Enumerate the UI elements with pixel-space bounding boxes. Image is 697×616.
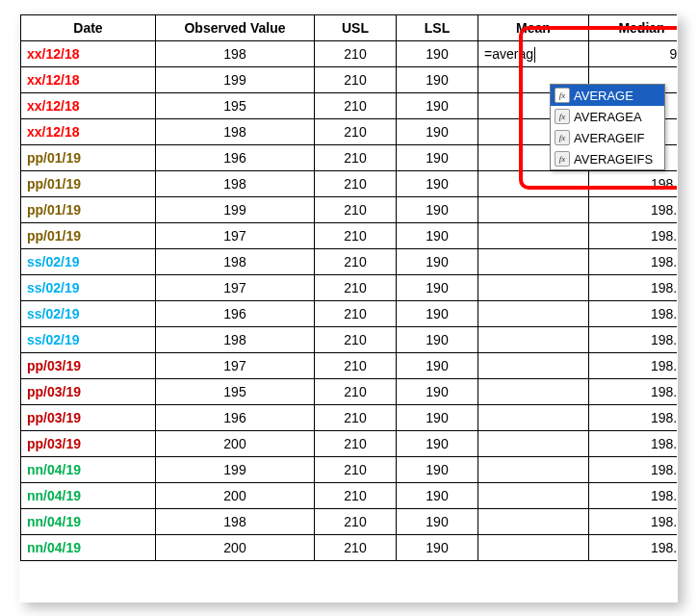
cell-date[interactable]: pp/01/19 <box>21 171 156 197</box>
cell-date[interactable]: pp/01/19 <box>21 223 156 249</box>
cell-median[interactable]: 198.0 <box>589 223 679 249</box>
cell-mean[interactable] <box>478 223 589 249</box>
cell-observed-value[interactable]: 199 <box>156 67 315 93</box>
cell-date[interactable]: nn/04/19 <box>21 483 156 509</box>
cell-usl[interactable]: 210 <box>315 457 397 483</box>
cell-date[interactable]: nn/04/19 <box>21 509 156 535</box>
cell-lsl[interactable]: 190 <box>397 249 478 275</box>
cell-lsl[interactable]: 190 <box>397 223 478 249</box>
cell-lsl[interactable]: 190 <box>397 197 478 223</box>
autocomplete-item[interactable]: fxAVERAGEA <box>551 106 664 127</box>
cell-mean[interactable] <box>478 353 589 379</box>
cell-usl[interactable]: 210 <box>315 509 397 535</box>
cell-mean[interactable] <box>478 197 589 223</box>
cell-date[interactable]: pp/01/19 <box>21 197 156 223</box>
autocomplete-item[interactable]: fxAVERAGEIF <box>551 127 664 148</box>
cell-mean[interactable] <box>478 483 589 509</box>
header-observed[interactable]: Observed Value <box>156 15 315 41</box>
cell-observed-value[interactable]: 198 <box>156 327 315 353</box>
cell-observed-value[interactable]: 197 <box>156 353 315 379</box>
cell-date[interactable]: ss/02/19 <box>21 249 156 275</box>
cell-median[interactable]: 198.0 <box>589 171 679 197</box>
cell-usl[interactable]: 210 <box>315 353 397 379</box>
cell-usl[interactable]: 210 <box>315 223 397 249</box>
cell-date[interactable]: xx/12/18 <box>21 93 156 119</box>
cell-mean[interactable] <box>478 431 589 457</box>
cell-usl[interactable]: 210 <box>315 535 397 561</box>
cell-usl[interactable]: 210 <box>315 119 397 145</box>
cell-lsl[interactable]: 190 <box>397 483 478 509</box>
cell-usl[interactable]: 210 <box>315 67 397 93</box>
cell-usl[interactable]: 210 <box>315 483 397 509</box>
cell-date[interactable]: nn/04/19 <box>21 457 156 483</box>
cell-median[interactable]: 198.0 <box>589 301 679 327</box>
header-lsl[interactable]: LSL <box>397 15 478 41</box>
cell-observed-value[interactable]: 198 <box>156 171 315 197</box>
cell-date[interactable]: nn/04/19 <box>21 535 156 561</box>
cell-usl[interactable]: 210 <box>315 275 397 301</box>
cell-usl[interactable]: 210 <box>315 301 397 327</box>
cell-date[interactable]: xx/12/18 <box>21 41 156 67</box>
cell-mean[interactable] <box>478 171 589 197</box>
cell-observed-value[interactable]: 198 <box>156 249 315 275</box>
cell-usl[interactable]: 210 <box>315 93 397 119</box>
cell-lsl[interactable]: 190 <box>397 379 478 405</box>
cell-lsl[interactable]: 190 <box>397 171 478 197</box>
cell-usl[interactable]: 210 <box>315 405 397 431</box>
cell-lsl[interactable]: 190 <box>397 275 478 301</box>
cell-date[interactable]: pp/01/19 <box>21 145 156 171</box>
cell-mean[interactable] <box>478 457 589 483</box>
cell-observed-value[interactable]: 196 <box>156 301 315 327</box>
cell-mean[interactable] <box>478 535 589 561</box>
cell-median[interactable]: 198.0 <box>589 327 679 353</box>
cell-observed-value[interactable]: 195 <box>156 379 315 405</box>
cell-lsl[interactable]: 190 <box>397 145 478 171</box>
cell-lsl[interactable]: 190 <box>397 535 478 561</box>
cell-mean[interactable] <box>478 327 589 353</box>
cell-lsl[interactable]: 190 <box>397 457 478 483</box>
cell-median[interactable]: 198.0 <box>589 431 679 457</box>
cell-observed-value[interactable]: 198 <box>156 509 315 535</box>
cell-date[interactable]: pp/03/19 <box>21 405 156 431</box>
cell-usl[interactable]: 210 <box>315 379 397 405</box>
cell-lsl[interactable]: 190 <box>397 509 478 535</box>
cell-observed-value[interactable]: 200 <box>156 483 315 509</box>
cell-observed-value[interactable]: 197 <box>156 275 315 301</box>
cell-date[interactable]: pp/03/19 <box>21 353 156 379</box>
cell-median[interactable]: 198.0 <box>589 405 679 431</box>
cell-date[interactable]: xx/12/18 <box>21 119 156 145</box>
cell-observed-value[interactable]: 198 <box>156 41 315 67</box>
cell-date[interactable]: ss/02/19 <box>21 275 156 301</box>
cell-mean[interactable] <box>478 301 589 327</box>
cell-usl[interactable]: 210 <box>315 145 397 171</box>
cell-lsl[interactable]: 190 <box>397 301 478 327</box>
cell-mean[interactable] <box>478 275 589 301</box>
cell-median[interactable]: 198.0 <box>589 197 679 223</box>
header-usl[interactable]: USL <box>315 15 397 41</box>
cell-lsl[interactable]: 190 <box>397 119 478 145</box>
cell-usl[interactable]: 210 <box>315 431 397 457</box>
cell-observed-value[interactable]: 196 <box>156 145 315 171</box>
cell-usl[interactable]: 210 <box>315 41 397 67</box>
cell-observed-value[interactable]: 200 <box>156 431 315 457</box>
header-date[interactable]: Date <box>21 15 156 41</box>
cell-mean[interactable] <box>478 509 589 535</box>
cell-lsl[interactable]: 190 <box>397 67 478 93</box>
cell-usl[interactable]: 210 <box>315 197 397 223</box>
cell-observed-value[interactable]: 195 <box>156 93 315 119</box>
header-mean[interactable]: Mean <box>478 15 589 41</box>
cell-date[interactable]: ss/02/19 <box>21 327 156 353</box>
cell-usl[interactable]: 210 <box>315 249 397 275</box>
cell-mean[interactable]: =averag <box>478 41 589 67</box>
cell-observed-value[interactable]: 196 <box>156 405 315 431</box>
cell-lsl[interactable]: 190 <box>397 41 478 67</box>
cell-date[interactable]: pp/03/19 <box>21 379 156 405</box>
cell-mean[interactable] <box>478 405 589 431</box>
cell-lsl[interactable]: 190 <box>397 327 478 353</box>
cell-median[interactable]: 198.0 <box>589 483 679 509</box>
cell-date[interactable]: xx/12/18 <box>21 67 156 93</box>
cell-date[interactable]: ss/02/19 <box>21 301 156 327</box>
autocomplete-item[interactable]: fxAVERAGE <box>551 85 664 106</box>
cell-median[interactable]: 198.0 <box>589 457 679 483</box>
cell-observed-value[interactable]: 199 <box>156 197 315 223</box>
